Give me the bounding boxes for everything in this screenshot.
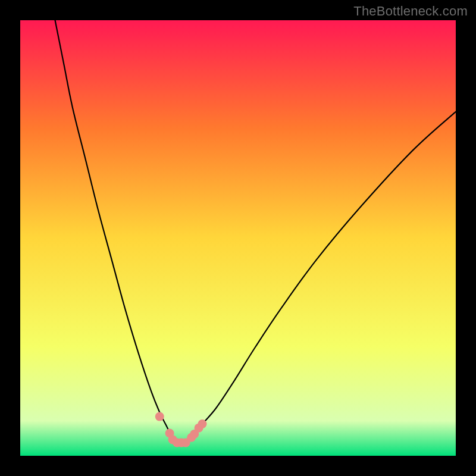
marker-dot: [155, 412, 164, 421]
plot-svg: [20, 20, 456, 456]
gradient-background: [20, 20, 456, 456]
marker-dot: [198, 419, 206, 428]
plot-area: [20, 20, 456, 456]
watermark-text: TheBottleneck.com: [353, 4, 468, 19]
chart-frame: TheBottleneck.com: [0, 0, 476, 476]
